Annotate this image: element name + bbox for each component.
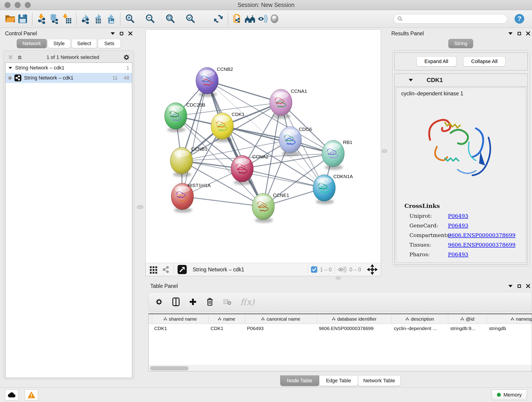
protein-node-CCNA1[interactable]: CCNA1 <box>270 89 307 119</box>
tab-select[interactable]: Select <box>71 39 97 48</box>
collapse-all-button[interactable]: Collapse All <box>463 56 506 66</box>
maximize-window-button[interactable] <box>25 2 31 8</box>
import-network-file-icon[interactable] <box>36 12 48 26</box>
crosslink-link[interactable]: 9606.ENSP00000378699 <box>448 232 515 238</box>
collapse-details-icon[interactable] <box>409 79 413 81</box>
cytoscape-window: Session: New Session <box>0 0 532 402</box>
protein-node-CCNE1[interactable]: CCNE1 <box>252 192 289 223</box>
protein-node-CDC6[interactable]: CDC6 <box>279 127 312 156</box>
protein-node-RB1[interactable]: RB1 <box>322 140 352 170</box>
column-header-description[interactable]: description <box>392 314 448 324</box>
node-label-CCNB2: CCNB2 <box>217 66 233 72</box>
control-panel-title: Control Panel <box>5 31 37 37</box>
results-menu-icon[interactable] <box>508 32 513 35</box>
crosslink-label: GeneCard: <box>404 223 448 229</box>
table-type-tabs: Node TableEdge TableNetwork Table <box>148 375 532 386</box>
scrollbar-thumb[interactable] <box>150 366 189 370</box>
table-header-row: shared namenamecanonical namedatabase id… <box>149 314 532 324</box>
export-network-icon[interactable] <box>80 12 92 26</box>
save-session-icon[interactable] <box>17 12 29 26</box>
node-label-CDKN1A: CDKN1A <box>333 174 353 179</box>
table-horizontal-scrollbar[interactable] <box>149 365 532 371</box>
zoom-out-icon[interactable] <box>144 12 156 26</box>
expand-all-button[interactable]: Expand All <box>417 56 456 66</box>
table-float-icon[interactable] <box>518 284 521 288</box>
network-view-icon[interactable] <box>162 265 170 274</box>
zoom-fit-icon[interactable] <box>164 12 177 26</box>
collapse-collection-icon[interactable] <box>9 67 12 69</box>
tab-sets[interactable]: Sets <box>98 39 121 48</box>
zoom-in-icon[interactable] <box>124 12 136 26</box>
network-options-gear-icon[interactable] <box>123 54 130 61</box>
protein-node-CDKN1A[interactable]: CDKN1A <box>313 174 353 204</box>
export-table-icon[interactable] <box>92 12 104 26</box>
fit-content-icon[interactable] <box>367 264 378 275</box>
network-graph[interactable]: CCNB2CCNA1CDC25BCDK1CDC6RB1CCNB1CCNA2CDK… <box>146 30 381 263</box>
table-close-icon[interactable] <box>526 284 530 288</box>
show-columns-icon[interactable] <box>172 298 180 306</box>
selected-checkbox-icon[interactable] <box>311 266 317 273</box>
column-header-sharedname[interactable]: shared name <box>152 314 208 324</box>
results-close-icon[interactable] <box>526 32 530 36</box>
import-network-database-icon[interactable] <box>48 12 60 26</box>
import-table-file-icon[interactable] <box>60 12 73 26</box>
left-splitter-handle[interactable] <box>137 205 143 209</box>
search-field[interactable] <box>394 14 507 24</box>
crosslink-link[interactable]: P06493 <box>448 223 468 229</box>
results-float-icon[interactable] <box>518 32 521 35</box>
add-column-icon[interactable] <box>189 298 197 306</box>
help-icon[interactable]: ? <box>513 12 526 26</box>
column-header-name[interactable]: name <box>208 314 245 324</box>
delete-column-icon[interactable] <box>206 298 214 306</box>
close-panel-icon[interactable] <box>128 32 133 36</box>
hidden-eye-icon[interactable] <box>337 266 347 273</box>
right-splitter-handle[interactable] <box>382 149 387 153</box>
expand-all-networks-icon[interactable] <box>17 55 23 60</box>
network-canvas[interactable]: CCNB2CCNA1CDC25BCDK1CDC6RB1CCNB1CCNA2CDK… <box>146 29 381 276</box>
import-string-network-icon[interactable] <box>231 12 244 26</box>
close-window-button[interactable] <box>5 2 11 8</box>
tab-network[interactable]: Network <box>17 39 47 48</box>
export-image-icon[interactable] <box>104 12 117 26</box>
crosslink-link[interactable]: P06493 <box>448 251 468 257</box>
collapse-all-networks-icon[interactable] <box>7 55 13 60</box>
float-panel-icon[interactable] <box>120 32 123 35</box>
show-all-eye-icon[interactable] <box>268 12 281 26</box>
network-row[interactable]: String Network – cdk1 11 48 <box>6 73 132 83</box>
bottom-splitter-handle[interactable] <box>336 277 341 280</box>
minimize-window-button[interactable] <box>15 2 21 8</box>
tab-style[interactable]: Style <box>48 39 70 48</box>
table-panel: Table Panel f(x) <box>148 281 532 386</box>
grid-view-icon[interactable] <box>149 265 158 274</box>
table-row[interactable]: CDK1CDK1P064939606.ENSP00000378699cyclin… <box>149 324 532 333</box>
memory-button[interactable]: Memory <box>492 390 527 400</box>
birds-eye-toggle-icon[interactable] <box>177 265 187 274</box>
table-options-gear-icon[interactable] <box>155 298 163 306</box>
network-collection-row[interactable]: String Network – cdk1 1 <box>6 63 132 73</box>
tab-string-results[interactable]: String <box>448 39 473 48</box>
table-menu-icon[interactable] <box>508 285 513 287</box>
zoom-selected-icon[interactable] <box>184 12 196 26</box>
open-session-icon[interactable] <box>4 12 17 26</box>
column-header-canonicalname[interactable]: canonical name <box>245 314 317 324</box>
column-header-namespace[interactable]: namespace <box>487 314 532 324</box>
cloud-status-button[interactable] <box>5 389 18 400</box>
node-details-header[interactable]: CDK1 <box>394 74 527 87</box>
crosslink-link[interactable]: P06493 <box>448 213 468 219</box>
window-controls[interactable] <box>5 2 31 8</box>
column-header-id[interactable]: @id <box>448 314 487 324</box>
refresh-icon[interactable] <box>212 12 225 26</box>
tab-edge-table[interactable]: Edge Table <box>319 375 358 386</box>
protein-node-HIST1H1A[interactable]: HIST1H1A <box>171 183 210 213</box>
tab-network-table[interactable]: Network Table <box>358 375 400 386</box>
tab-node-table[interactable]: Node Table <box>280 375 319 386</box>
table-cell: CDK1 <box>208 326 245 331</box>
hide-selected-eye-icon[interactable] <box>256 12 268 26</box>
warnings-button[interactable] <box>25 389 38 400</box>
search-input[interactable] <box>403 16 499 22</box>
panel-menu-icon[interactable] <box>111 32 115 35</box>
crosslink-link[interactable]: 9606.ENSP00000378699 <box>448 242 515 248</box>
home-icon[interactable] <box>244 12 256 26</box>
column-header-databaseidentifier[interactable]: database identifier <box>317 314 392 324</box>
node-label-HIST1H1A: HIST1H1A <box>188 183 210 188</box>
